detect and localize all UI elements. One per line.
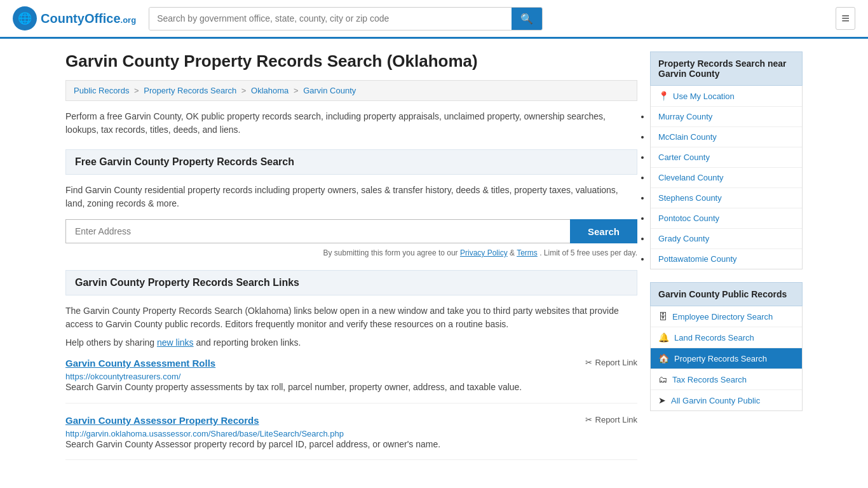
county-link-cleveland[interactable]: Cleveland County (658, 173, 724, 182)
breadcrumb-oklahoma[interactable]: Oklahoma (251, 86, 288, 95)
link-url-1[interactable]: https://okcountytreasurers.com/ (65, 372, 180, 381)
logo-text: CountyOffice.org (41, 11, 136, 26)
use-my-location-link[interactable]: Use My Location (673, 92, 735, 101)
link-item: Garvin County Assessor Property Records … (65, 415, 637, 461)
public-records-section: Garvin County Public Records 🗄 Employee … (650, 282, 803, 411)
nearby-list: 📍 Use My Location Murray County McClain … (650, 86, 803, 269)
sidebar-tax-records: 🗂 Tax Records Search (651, 369, 802, 390)
county-link-carter[interactable]: Carter County (658, 152, 710, 162)
global-search-bar: 🔍 (149, 7, 543, 30)
sidebar-county-grady: Grady County (651, 229, 802, 249)
report-link-button-2[interactable]: ✂ Report Link (585, 415, 637, 424)
sidebar-county-mcclain: McClain County (651, 127, 802, 147)
privacy-policy-link[interactable]: Privacy Policy (460, 248, 508, 257)
sidebar-county-pontotoc: Pontotoc County (651, 208, 802, 229)
link-title-assessor-records[interactable]: Garvin County Assessor Property Records (65, 415, 259, 426)
link-item-header-2: Garvin County Assessor Property Records … (65, 415, 637, 426)
tax-records-icon: 🗂 (658, 374, 667, 384)
page-description: Perform a free Garvin County, OK public … (65, 110, 637, 137)
share-links-text: Help others by sharing new links and rep… (65, 337, 637, 348)
page-container: Garvin County Property Records Search (O… (53, 39, 815, 484)
sidebar-all-public: ➤ All Garvin County Public (651, 390, 802, 410)
public-records-title: Garvin County Public Records (650, 282, 803, 306)
free-search-description: Find Garvin County residential property … (65, 184, 637, 210)
breadcrumb: Public Records > Property Records Search… (65, 80, 637, 101)
sidebar-county-pottawatomie: Pottawatomie County (651, 249, 802, 269)
global-search-button[interactable]: 🔍 (512, 8, 542, 30)
public-records-list: 🗄 Employee Directory Search 🔔 Land Recor… (650, 306, 803, 411)
sidebar-property-records: 🏠 Property Records Search (651, 348, 802, 369)
site-header: 🌐 CountyOffice.org 🔍 ≡ (0, 0, 868, 39)
links-section: Garvin County Property Records Search Li… (65, 270, 637, 460)
county-link-stephens[interactable]: Stephens County (658, 193, 722, 203)
county-link-grady[interactable]: Grady County (658, 234, 709, 243)
page-title: Garvin County Property Records Search (O… (65, 51, 637, 71)
form-disclaimer: By submitting this form you agree to our… (65, 248, 637, 257)
address-search-row: Search (65, 219, 637, 243)
sidebar-county-murray: Murray County (651, 107, 802, 127)
link-title-assessment-rolls[interactable]: Garvin County Assessment Rolls (65, 358, 215, 369)
link-desc-1: Search Garvin County property assessment… (65, 381, 637, 394)
global-search-input[interactable] (149, 8, 512, 30)
breadcrumb-sep-2: > (241, 86, 248, 95)
county-link-mcclain[interactable]: McClain County (658, 132, 717, 142)
breadcrumb-sep-1: > (134, 86, 141, 95)
free-search-heading: Free Garvin County Property Records Sear… (65, 149, 637, 175)
land-records-link[interactable]: Land Records Search (674, 333, 754, 342)
sidebar-county-stephens: Stephens County (651, 188, 802, 208)
property-records-link[interactable]: Property Records Search (674, 354, 767, 363)
nearby-section: Property Records Search near Garvin Coun… (650, 51, 803, 269)
terms-link[interactable]: Terms (517, 248, 538, 257)
address-input[interactable] (65, 219, 570, 243)
report-link-button-1[interactable]: ✂ Report Link (585, 358, 637, 367)
new-links-link[interactable]: new links (157, 337, 194, 348)
employee-dir-icon: 🗄 (658, 311, 667, 322)
tax-records-link[interactable]: Tax Records Search (672, 375, 747, 384)
link-url-2[interactable]: http://garvin.oklahoma.usassessor.com/Sh… (65, 429, 344, 438)
breadcrumb-property-records-search[interactable]: Property Records Search (144, 86, 236, 95)
link-item-header: Garvin County Assessment Rolls ✂ Report … (65, 358, 637, 369)
county-link-pontotoc[interactable]: Pontotoc County (658, 214, 719, 223)
nearby-section-title: Property Records Search near Garvin Coun… (650, 51, 803, 86)
location-icon: 📍 (658, 91, 669, 101)
sidebar-land-records: 🔔 Land Records Search (651, 327, 802, 348)
county-link-murray[interactable]: Murray County (658, 112, 712, 121)
logo-link[interactable]: 🌐 CountyOffice.org (13, 6, 136, 30)
county-link-pottawatomie[interactable]: Pottawatomie County (658, 254, 737, 264)
address-search-button[interactable]: Search (570, 219, 637, 243)
links-section-heading: Garvin County Property Records Search Li… (65, 270, 637, 295)
hamburger-menu-button[interactable]: ≡ (836, 7, 855, 30)
breadcrumb-garvin-county[interactable]: Garvin County (303, 86, 356, 95)
breadcrumb-sep-3: > (294, 86, 301, 95)
sidebar-county-carter: Carter County (651, 147, 802, 168)
link-desc-2: Search Garvin County Assessor property r… (65, 438, 637, 451)
breadcrumb-public-records[interactable]: Public Records (74, 86, 129, 95)
link-item: Garvin County Assessment Rolls ✂ Report … (65, 358, 637, 403)
main-content: Garvin County Property Records Search (O… (65, 51, 637, 471)
sidebar: Property Records Search near Garvin Coun… (650, 51, 803, 471)
property-records-icon: 🏠 (658, 353, 669, 363)
land-records-icon: 🔔 (658, 332, 669, 342)
logo-icon: 🌐 (13, 6, 37, 30)
all-public-link[interactable]: All Garvin County Public (671, 396, 760, 405)
scissors-icon: ✂ (585, 358, 592, 367)
scissors-icon-2: ✂ (585, 415, 592, 424)
employee-directory-link[interactable]: Employee Directory Search (672, 312, 773, 322)
use-my-location-item: 📍 Use My Location (651, 86, 802, 107)
all-public-icon: ➤ (658, 395, 666, 405)
sidebar-employee-directory: 🗄 Employee Directory Search (651, 306, 802, 327)
links-description: The Garvin County Property Records Searc… (65, 304, 637, 331)
sidebar-county-cleveland: Cleveland County (651, 168, 802, 188)
